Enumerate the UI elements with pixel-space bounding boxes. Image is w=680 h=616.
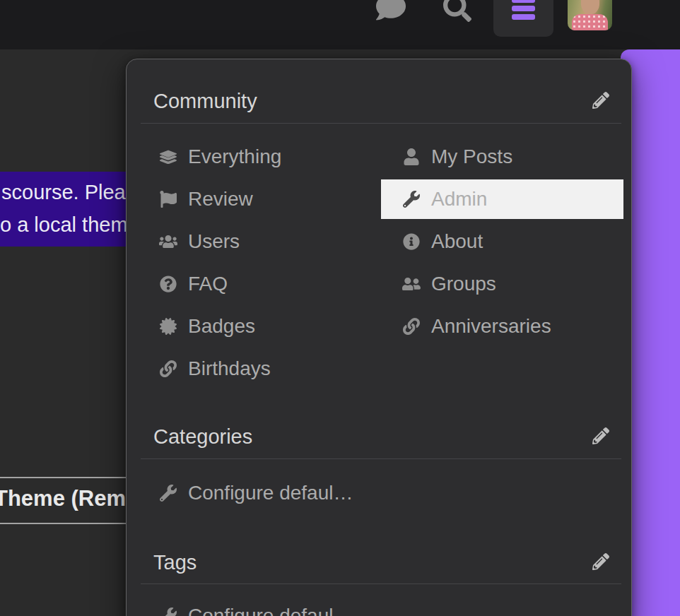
menu-item-users[interactable]: Users [141, 222, 381, 261]
user-icon [402, 148, 421, 165]
notice-banner-text-line1: scourse. Plea [1, 181, 126, 204]
header-bar [0, 0, 680, 49]
menu-item-label: Configure defaul… [188, 482, 353, 504]
menu-item-anniversaries[interactable]: Anniversaries [381, 307, 623, 346]
menu-item-label: Admin [431, 188, 487, 211]
menu-item-configure-default-tags[interactable]: Configure defaul… [141, 596, 381, 616]
menu-item-label: About [431, 230, 483, 253]
layers-icon [159, 148, 177, 165]
menu-item-label: Review [188, 188, 253, 211]
menu-item-label: Configure defaul… [188, 605, 353, 616]
menu-item-review[interactable]: Review [141, 179, 381, 219]
edit-community-button[interactable] [590, 90, 611, 111]
menu-item-label: Anniversaries [431, 315, 551, 338]
menu-item-badges[interactable]: Badges [141, 307, 381, 346]
users-icon [159, 233, 177, 250]
search-icon[interactable] [443, 0, 471, 22]
menu-item-faq[interactable]: FAQ [141, 264, 381, 304]
hamburger-bar [512, 14, 535, 20]
edit-categories-button[interactable] [590, 425, 611, 446]
edit-tags-button[interactable] [590, 551, 611, 572]
menu-item-label: Everything [188, 146, 281, 168]
menu-item-label: Birthdays [188, 357, 271, 380]
menu-item-label: Groups [431, 273, 496, 295]
hamburger-bar [512, 6, 535, 11]
badge-icon [159, 318, 177, 335]
categories-section-title: Categories [153, 425, 252, 449]
menu-item-groups[interactable]: Groups [381, 264, 623, 304]
theme-table-row-link[interactable]: Theme (Remo [0, 486, 139, 511]
hamburger-dropdown-panel: Community Everything Review Users FAQ Ba… [126, 59, 632, 616]
chat-icon[interactable] [376, 0, 406, 22]
wrench-icon [159, 608, 177, 616]
community-section-title: Community [153, 89, 257, 113]
wrench-icon [402, 191, 421, 208]
menu-item-birthdays[interactable]: Birthdays [141, 349, 381, 389]
pencil-icon [592, 553, 609, 570]
hamburger-bar [512, 0, 535, 3]
wrench-icon [159, 485, 177, 502]
avatar-photo-shirt [572, 14, 608, 30]
question-circle-icon [159, 276, 177, 292]
info-circle-icon [402, 233, 421, 250]
menu-item-my-posts[interactable]: My Posts [381, 137, 623, 177]
menu-item-configure-default-categories[interactable]: Configure defaul… [141, 473, 381, 513]
link-icon [159, 360, 177, 377]
user-avatar[interactable] [568, 0, 612, 30]
link-icon [402, 318, 421, 335]
hamburger-menu-button[interactable] [493, 0, 553, 37]
menu-item-label: FAQ [188, 273, 228, 295]
pencil-icon [592, 92, 609, 109]
menu-item-about[interactable]: About [381, 222, 623, 261]
menu-item-label: Users [188, 230, 240, 253]
flag-icon [159, 191, 177, 208]
menu-item-label: My Posts [431, 146, 512, 168]
menu-item-everything[interactable]: Everything [141, 137, 381, 177]
tags-section-title: Tags [153, 550, 197, 574]
section-divider [141, 123, 621, 124]
notice-banner-text-line2: o a local them [0, 213, 128, 237]
user-friends-icon [402, 276, 421, 292]
section-divider [141, 584, 621, 584]
menu-item-label: Badges [188, 315, 255, 338]
section-divider [141, 458, 621, 459]
pencil-icon [592, 427, 609, 444]
menu-item-admin[interactable]: Admin [381, 179, 623, 219]
